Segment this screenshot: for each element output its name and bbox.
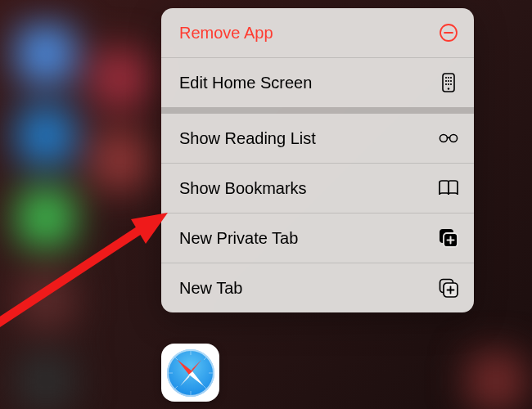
- plus-square-fill-icon: [438, 227, 459, 249]
- menu-label: Edit Home Screen: [179, 74, 312, 92]
- menu-label: New Private Tab: [179, 229, 298, 248]
- book-icon: [438, 178, 459, 199]
- compass-icon: [167, 349, 214, 397]
- apps-grid-icon: [438, 72, 459, 93]
- separator-thick: [161, 107, 474, 114]
- svg-point-6: [445, 80, 447, 82]
- svg-line-28: [204, 357, 206, 360]
- plus-square-icon: [438, 277, 459, 299]
- svg-point-5: [450, 77, 452, 79]
- menu-label: Remove App: [179, 24, 273, 43]
- menu-item-show-reading-list[interactable]: Show Reading List: [161, 114, 474, 163]
- svg-point-12: [448, 88, 449, 89]
- menu-label: New Tab: [179, 279, 242, 298]
- menu-item-new-private-tab[interactable]: New Private Tab: [161, 213, 474, 263]
- menu-item-show-bookmarks[interactable]: Show Bookmarks: [161, 164, 474, 213]
- minus-circle-icon: [438, 22, 459, 43]
- svg-point-9: [445, 83, 447, 85]
- svg-point-3: [445, 77, 447, 79]
- app-context-menu: Remove App Edit Home Screen: [161, 8, 474, 312]
- svg-line-29: [175, 386, 178, 389]
- svg-point-10: [448, 83, 449, 85]
- menu-item-new-tab[interactable]: New Tab: [161, 263, 474, 312]
- svg-point-13: [440, 134, 447, 142]
- menu-item-remove-app[interactable]: Remove App: [161, 8, 474, 57]
- menu-label: Show Bookmarks: [179, 179, 307, 198]
- svg-point-14: [450, 134, 458, 142]
- safari-app-icon[interactable]: [161, 344, 219, 402]
- menu-item-edit-home-screen[interactable]: Edit Home Screen: [161, 58, 474, 107]
- glasses-icon: [438, 128, 459, 149]
- svg-point-11: [450, 83, 452, 85]
- svg-point-4: [448, 77, 449, 79]
- svg-point-7: [448, 80, 449, 82]
- menu-label: Show Reading List: [179, 129, 316, 148]
- svg-point-8: [450, 80, 452, 82]
